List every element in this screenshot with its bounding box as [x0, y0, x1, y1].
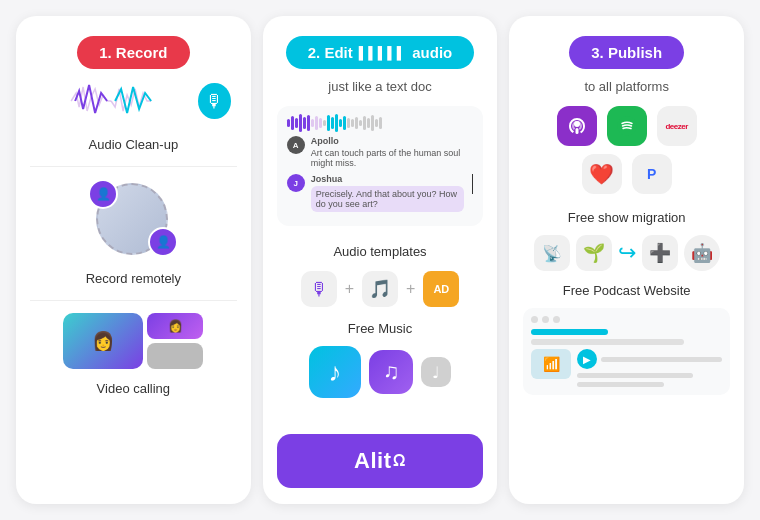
publish-badge-label: 3. Publish: [591, 44, 662, 61]
record-remotely-label: Record remotely: [86, 271, 181, 286]
audio-cleanup-label: Audio Clean-up: [89, 137, 179, 152]
mic-add-glyph: ➕: [649, 242, 671, 264]
edit-badge-suffix: audio: [412, 44, 452, 61]
bar-4: [299, 114, 302, 132]
avatar-joshua: J: [287, 174, 305, 192]
mic-add-icon: ➕: [642, 235, 678, 271]
divider-2: [30, 300, 237, 301]
text-apollo: Art can touch parts of the human soul mi…: [311, 148, 474, 168]
website-thumb: 📶: [531, 349, 571, 379]
video-calling-label: Video calling: [97, 381, 170, 396]
bar-9: [319, 118, 322, 128]
bar-1: [287, 119, 290, 127]
arrow-curved-icon: ↪: [618, 240, 636, 266]
alitu-button[interactable]: Alitʊ: [277, 434, 484, 488]
publish-subtitle: to all platforms: [584, 79, 669, 94]
dot-1: [531, 316, 538, 323]
free-music-label: Free Music: [348, 321, 412, 336]
avatar-icon-1: 👤: [96, 187, 111, 201]
spotify-svg: [615, 114, 639, 138]
bar-22: [371, 115, 374, 131]
bar-6: [307, 115, 310, 131]
video-sm-2: [147, 343, 203, 369]
edit-badge: 2. Edit ▌▌▌▌▌ audio: [286, 36, 475, 69]
waveform-bars: [287, 114, 474, 132]
bar-7: [311, 119, 314, 127]
deezer-icon: deezer: [657, 106, 697, 146]
rss-glyph: 📡: [542, 244, 562, 263]
platforms-row-2: ❤️ P: [582, 154, 672, 194]
waveform-icon: ▌▌▌▌▌: [359, 46, 407, 60]
bar-12: [331, 117, 334, 129]
bar-3: [295, 118, 298, 128]
text-line-2: [577, 382, 664, 387]
migration-area: 📡 🌱 ↪ ➕ 🤖: [534, 235, 720, 271]
plant-glyph: 🌱: [583, 242, 605, 264]
plant-icon: 🌱: [576, 235, 612, 271]
video-side: 👩: [147, 313, 203, 369]
iheartradio-icon: ❤️: [582, 154, 622, 194]
svg-rect-1: [575, 128, 578, 134]
robot-glyph: 🤖: [691, 242, 713, 264]
bar-18: [355, 117, 358, 129]
dot-2: [542, 316, 549, 323]
plus-icon-2: +: [406, 280, 415, 298]
publish-badge: 3. Publish: [569, 36, 684, 69]
svg-point-2: [617, 116, 637, 136]
alitu-label: Alitʊ: [354, 448, 406, 474]
person-icon-main: 👩: [92, 330, 114, 352]
podcasts-svg: [565, 114, 589, 138]
music-sm-icon: ♩: [421, 357, 451, 387]
transcript-box: A Apollo Art can touch parts of the huma…: [277, 106, 484, 226]
bar-11: [327, 115, 330, 131]
website-accent-line: [531, 329, 607, 335]
free-migration-label: Free show migration: [568, 210, 686, 225]
waveform-area: 🎙: [30, 79, 237, 123]
podcast-feed-icon: 📡: [534, 235, 570, 271]
record-badge-label: 1. Record: [99, 44, 167, 61]
bar-15: [343, 116, 346, 130]
podcasts-icon: [557, 106, 597, 146]
waveform-left-icon: [30, 79, 192, 123]
deezer-text: deezer: [665, 122, 687, 131]
text-line-1: [577, 373, 693, 378]
avatar-globe-2: 👤: [148, 227, 178, 257]
play-button[interactable]: ▶: [577, 349, 597, 369]
bar-10: [323, 120, 326, 126]
divider-1: [30, 166, 237, 167]
pandora-glyph: P: [647, 166, 656, 182]
music-icons-row: ♪ ♫ ♩: [309, 346, 451, 398]
bar-14: [339, 119, 342, 127]
spotify-icon: [607, 106, 647, 146]
template-mic-icon: 🎙: [301, 271, 337, 307]
progress-bar: [601, 357, 722, 362]
template-music-icon: 🎵: [362, 271, 398, 307]
person-icon-sm: 👩: [168, 319, 183, 333]
bar-8: [315, 116, 318, 130]
website-line-1: [531, 339, 684, 345]
video-sm-1: 👩: [147, 313, 203, 339]
bar-5: [303, 117, 306, 129]
music-med-icon: ♫: [369, 350, 413, 394]
avatar-icon-2: 👤: [156, 235, 171, 249]
pandora-icon: P: [632, 154, 672, 194]
free-podcast-label: Free Podcast Website: [563, 283, 691, 298]
audio-templates-row: 🎙 + 🎵 + AD: [301, 271, 460, 307]
mic-glyph: 🎙: [205, 91, 223, 112]
bar-21: [367, 118, 370, 128]
plus-icon-1: +: [345, 280, 354, 298]
wifi-icon: 📶: [543, 356, 560, 372]
name-joshua: Joshua: [311, 174, 464, 184]
record-panel: 1. Record 🎙 Audio Cle: [16, 16, 251, 504]
bar-23: [375, 119, 378, 127]
transcript-text-1: Apollo Art can touch parts of the human …: [311, 136, 474, 168]
iheartradio-glyph: ❤️: [589, 162, 614, 186]
bar-16: [347, 118, 350, 128]
main-container: 1. Record 🎙 Audio Cle: [0, 0, 760, 520]
edit-badge-label: 2. Edit: [308, 44, 353, 61]
transcript-text-2: Joshua Precisely. And that about you? Ho…: [311, 174, 464, 212]
transcript-row-1: A Apollo Art can touch parts of the huma…: [287, 136, 474, 168]
avatar-robot-icon: 🤖: [684, 235, 720, 271]
record-badge: 1. Record: [77, 36, 189, 69]
globe-container: 👤 👤: [88, 179, 178, 259]
